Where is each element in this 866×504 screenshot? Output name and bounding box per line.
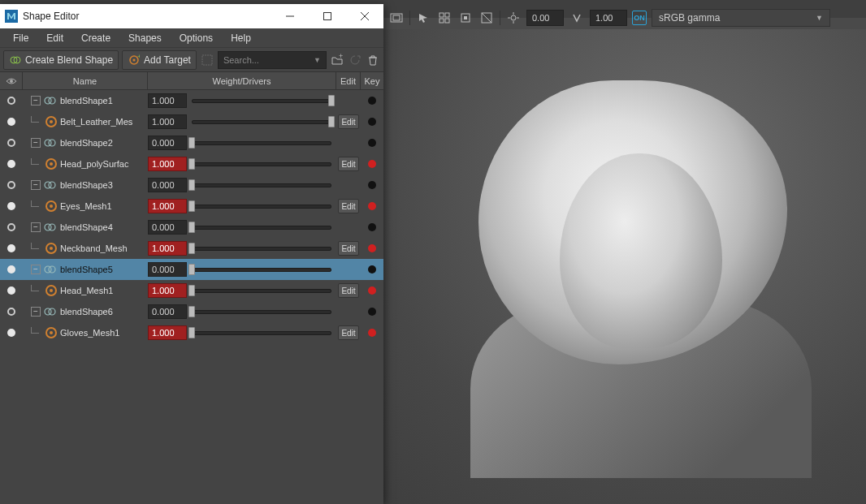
visibility-toggle[interactable]: [7, 139, 15, 147]
weight-field[interactable]: 1.000: [148, 157, 187, 171]
add-target-button[interactable]: + Add Target: [122, 50, 197, 70]
blendshape-target-row[interactable]: Head_polySurfac1.000Edit: [0, 153, 383, 174]
blendshape-group-row[interactable]: −blendShape40.000: [0, 217, 383, 238]
search-input[interactable]: Search... ▼: [218, 51, 327, 69]
menu-file[interactable]: File: [5, 30, 37, 46]
refresh-icon[interactable]: [348, 53, 362, 67]
weight-field[interactable]: 0.000: [148, 262, 187, 277]
visibility-toggle[interactable]: [7, 223, 15, 231]
edit-button[interactable]: Edit: [338, 283, 359, 298]
weight-field[interactable]: 1.000: [148, 93, 187, 108]
weight-field[interactable]: 0.000: [148, 178, 187, 192]
visibility-toggle[interactable]: [7, 202, 15, 210]
minimize-button[interactable]: [271, 4, 309, 28]
key-indicator[interactable]: [368, 160, 376, 168]
weight-field[interactable]: 0.000: [148, 304, 187, 319]
exposure-field[interactable]: 0.00: [526, 10, 564, 26]
key-indicator[interactable]: [368, 97, 376, 105]
header-visibility[interactable]: [0, 72, 23, 89]
blendshape-group-row[interactable]: −blendShape50.000: [0, 259, 383, 280]
visibility-toggle[interactable]: [7, 265, 15, 274]
header-edit[interactable]: Edit: [336, 72, 361, 89]
weight-slider[interactable]: [192, 262, 331, 277]
new-group-icon[interactable]: +: [330, 53, 344, 67]
selection-filter-icon[interactable]: [200, 53, 214, 67]
weight-slider[interactable]: [192, 304, 331, 319]
maximize-button[interactable]: [309, 4, 346, 28]
viewport-3d[interactable]: [383, 29, 866, 504]
weight-field[interactable]: 1.000: [148, 325, 187, 340]
menu-help[interactable]: Help: [223, 30, 259, 46]
blendshape-group-row[interactable]: −blendShape30.000: [0, 174, 383, 196]
blendshape-target-row[interactable]: Neckband_Mesh1.000Edit: [0, 238, 383, 259]
menu-edit[interactable]: Edit: [38, 30, 71, 46]
edit-button[interactable]: Edit: [338, 199, 359, 213]
window-titlebar[interactable]: Shape Editor: [0, 4, 383, 28]
visibility-toggle[interactable]: [7, 244, 15, 252]
exposure-icon[interactable]: [505, 10, 522, 26]
weight-slider[interactable]: [192, 157, 331, 171]
blendshape-group-row[interactable]: −blendShape20.000: [0, 132, 383, 153]
select-tool-icon[interactable]: [415, 10, 431, 26]
key-indicator[interactable]: [368, 308, 376, 316]
blendshape-target-row[interactable]: Eyes_Mesh11.000Edit: [0, 196, 383, 217]
color-mgmt-toggle[interactable]: ON: [632, 11, 647, 25]
header-name[interactable]: Name: [23, 72, 148, 89]
key-indicator[interactable]: [368, 202, 376, 210]
menu-options[interactable]: Options: [171, 30, 221, 46]
header-weight[interactable]: Weight/Drivers: [148, 72, 336, 89]
weight-slider[interactable]: [192, 93, 331, 108]
weight-slider[interactable]: [192, 178, 331, 192]
key-indicator[interactable]: [368, 329, 376, 337]
edit-button[interactable]: Edit: [338, 325, 359, 340]
visibility-toggle[interactable]: [7, 308, 15, 316]
weight-slider[interactable]: [192, 220, 331, 235]
menu-shapes[interactable]: Shapes: [120, 30, 170, 46]
visibility-toggle[interactable]: [7, 286, 15, 295]
header-key[interactable]: Key: [361, 72, 383, 89]
weight-slider[interactable]: [192, 136, 331, 150]
snap-grid-icon[interactable]: [436, 10, 452, 26]
expander-icon[interactable]: −: [31, 180, 41, 190]
visibility-toggle[interactable]: [7, 97, 15, 105]
create-blendshape-button[interactable]: Create Blend Shape: [3, 50, 119, 70]
expander-icon[interactable]: −: [31, 138, 41, 148]
expander-icon[interactable]: −: [31, 96, 41, 106]
weight-slider[interactable]: [192, 241, 331, 256]
key-indicator[interactable]: [368, 223, 376, 231]
gamma-icon[interactable]: [569, 10, 585, 26]
gate-mask-icon[interactable]: [388, 10, 405, 26]
expander-icon[interactable]: −: [31, 265, 41, 274]
blendshape-target-row[interactable]: Head_Mesh11.000Edit: [0, 280, 383, 301]
gamma-field[interactable]: 1.00: [590, 10, 627, 26]
expander-icon[interactable]: −: [31, 307, 41, 317]
weight-slider[interactable]: [192, 325, 331, 340]
expander-icon[interactable]: −: [31, 222, 41, 232]
edit-button[interactable]: Edit: [338, 157, 359, 171]
visibility-toggle[interactable]: [7, 118, 15, 126]
weight-slider[interactable]: [192, 199, 331, 213]
weight-field[interactable]: 0.000: [148, 136, 187, 150]
weight-field[interactable]: 1.000: [148, 283, 187, 298]
colorspace-dropdown[interactable]: sRGB gamma ▼: [652, 9, 830, 27]
weight-slider[interactable]: [192, 114, 331, 129]
weight-slider[interactable]: [192, 283, 331, 298]
key-indicator[interactable]: [368, 118, 376, 126]
key-indicator[interactable]: [368, 244, 376, 252]
weight-field[interactable]: 0.000: [148, 220, 187, 235]
key-indicator[interactable]: [368, 286, 376, 295]
menu-create[interactable]: Create: [73, 30, 119, 46]
visibility-toggle[interactable]: [7, 329, 15, 337]
xray-icon[interactable]: [478, 10, 495, 26]
trash-icon[interactable]: [366, 53, 380, 67]
blendshape-group-row[interactable]: −blendShape60.000: [0, 301, 383, 322]
visibility-toggle[interactable]: [7, 181, 15, 189]
edit-button[interactable]: Edit: [338, 114, 359, 129]
visibility-toggle[interactable]: [7, 160, 15, 168]
edit-button[interactable]: Edit: [338, 241, 359, 256]
key-indicator[interactable]: [368, 181, 376, 189]
blendshape-group-row[interactable]: −blendShape11.000: [0, 90, 383, 111]
weight-field[interactable]: 1.000: [148, 199, 187, 213]
key-indicator[interactable]: [368, 265, 376, 274]
isolate-icon[interactable]: [457, 10, 474, 26]
